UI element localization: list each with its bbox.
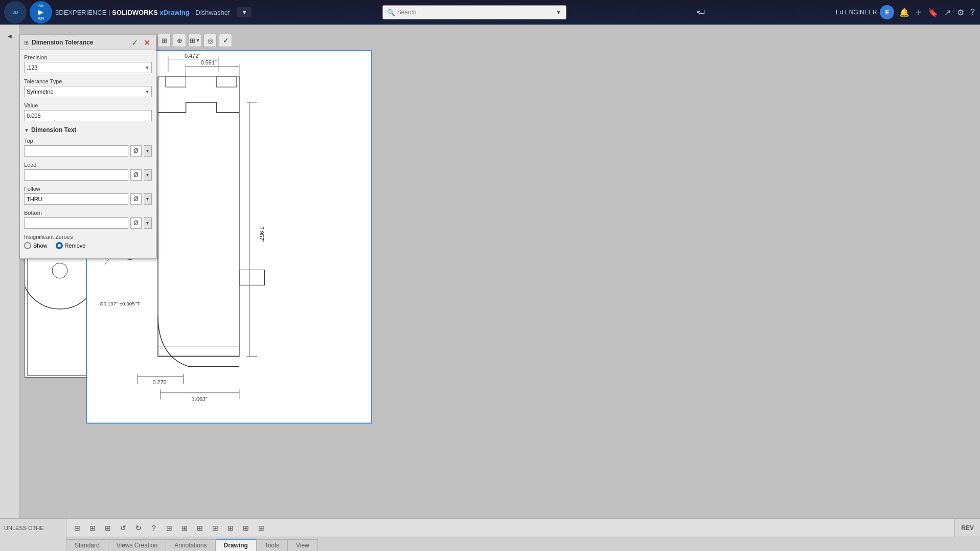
show-radio-label: Show (33, 243, 48, 249)
bottom-symbol-btn[interactable]: Ø (130, 217, 142, 229)
tab-strip: Standard Views Creation Annotations Draw… (66, 537, 318, 551)
dimension-text-section-header[interactable]: ▼ Dimension Text (24, 126, 152, 134)
tolerance-type-group: Tolerance Type Symmetric ▼ (24, 78, 152, 97)
bottom-tool-help[interactable]: ? (147, 521, 161, 535)
tools-icon[interactable]: ⚙ (956, 7, 965, 18)
tab-drawing[interactable]: Drawing (216, 539, 257, 551)
tolerance-type-select-wrapper: Symmetric ▼ (24, 86, 152, 97)
title-brand: SOLIDWORKS (112, 9, 158, 16)
lead-symbol-dropdown-btn[interactable]: ▼ (144, 169, 152, 181)
float-tool-1[interactable]: ⊞ (157, 34, 171, 47)
user-name: Ed ENGINEER (836, 9, 877, 16)
show-radio-item[interactable]: Show (24, 242, 48, 249)
company-logo[interactable]: 3D (4, 1, 27, 24)
search-dropdown-icon[interactable]: ▼ (556, 9, 562, 16)
panel-ok-button[interactable]: ✓ (129, 37, 140, 48)
bottom-tool-redo[interactable]: ↻ (132, 521, 145, 535)
panel-body: Precision .123 ▼ Tolerance Type Symmetri… (20, 50, 156, 258)
lead-input[interactable] (24, 169, 128, 181)
drawing-area: ⊞ ⊕ ⊞▼ ◎ ✓ (19, 25, 980, 518)
svg-rect-8 (158, 77, 239, 356)
lead-field-group: Lead Ø ▼ (24, 162, 152, 181)
float-tool-2[interactable]: ⊕ (173, 34, 186, 47)
follow-input[interactable] (24, 193, 128, 205)
title-app: xDrawing (159, 9, 190, 16)
tab-standard[interactable]: Standard (66, 539, 108, 551)
rev-label: REV (961, 524, 974, 532)
precision-select[interactable]: .123 (24, 62, 152, 73)
tab-tools[interactable]: Tools (257, 539, 288, 551)
bookmark-icon[interactable]: 🔖 (927, 7, 939, 18)
follow-symbol-btn[interactable]: Ø (130, 193, 142, 205)
top-label: Top (24, 138, 152, 144)
follow-field-group: Follow Ø ▼ (24, 186, 152, 205)
value-group: Value (24, 102, 152, 121)
svg-text:1.063": 1.063" (192, 396, 208, 402)
bottom-tool-8[interactable]: ⊞ (239, 521, 253, 535)
top-symbol-dropdown-btn[interactable]: ▼ (144, 145, 152, 157)
title-doc: - Dishwasher (191, 9, 230, 16)
bottom-tool-1[interactable]: ⊞ (71, 521, 84, 535)
top-symbol-btn[interactable]: Ø (130, 145, 142, 157)
tab-view[interactable]: View (288, 539, 318, 551)
user-badge: Ed ENGINEER E (836, 5, 895, 19)
panel-header: ⊞ Dimension Tolerance ✓ ✕ (20, 35, 156, 50)
app-title: 3DEXPERIENCE | SOLIDWORKS xDrawing - Dis… (55, 9, 230, 16)
add-icon[interactable]: + (915, 6, 923, 19)
value-label: Value (24, 102, 152, 108)
notifications-icon[interactable]: 🔔 (898, 7, 910, 18)
bottom-field-group: Bottom Ø ▼ (24, 210, 152, 229)
tab-strip-row: Standard Views Creation Annotations Draw… (0, 537, 980, 551)
svg-text:3.957": 3.957" (259, 226, 265, 242)
section-collapse-icon: ▼ (24, 127, 29, 133)
svg-text:0.276": 0.276" (152, 379, 168, 385)
float-tool-4[interactable]: ◎ (203, 34, 217, 47)
top-input[interactable] (24, 145, 128, 157)
help-icon[interactable]: ? (969, 7, 976, 18)
bottom-tool-3[interactable]: ⊞ (101, 521, 115, 535)
bottom-tool-4[interactable]: ⊞ (163, 521, 176, 535)
bottom-area: UNLESS OTHE ⊞ ⊞ ⊞ ↺ ↻ ? ⊞ ⊞ ⊞ ⊞ ⊞ ⊞ ⊞ RE… (0, 518, 980, 537)
float-tool-3[interactable]: ⊞▼ (188, 34, 201, 47)
share-icon[interactable]: ↗ (943, 7, 952, 18)
panel-header-icon: ⊞ (24, 39, 29, 46)
remove-radio-label: Remove (65, 243, 86, 249)
svg-text:Ø0.197" ±0.005"T: Ø0.197" ±0.005"T (100, 301, 140, 306)
value-input[interactable] (24, 110, 152, 121)
follow-symbol-dropdown-btn[interactable]: ▼ (144, 193, 152, 205)
bottom-tool-6[interactable]: ⊞ (193, 521, 207, 535)
tolerance-type-label: Tolerance Type (24, 78, 152, 84)
tab-views-creation[interactable]: Views Creation (108, 539, 166, 551)
top-bar: 3D 3D ▶ V,R 3DEXPERIENCE | SOLIDWORKS xD… (0, 0, 980, 25)
sidebar-collapse-btn[interactable]: ◀ (3, 29, 17, 43)
search-icon: 🔍 (387, 9, 395, 16)
float-toolbar: ⊞ ⊕ ⊞▼ ◎ ✓ (157, 34, 232, 47)
app-icon[interactable]: 3D ▶ V,R (30, 1, 52, 24)
bottom-tool-3d[interactable]: ⊞ (224, 521, 237, 535)
remove-radio-item[interactable]: Remove (56, 242, 86, 249)
lead-label: Lead (24, 162, 152, 168)
panel-close-button[interactable]: ✕ (142, 37, 152, 48)
lead-symbol-btn[interactable]: Ø (130, 169, 142, 181)
svg-rect-13 (239, 270, 265, 285)
bottom-tool-undo[interactable]: ↺ (117, 521, 130, 535)
radio-group: Show Remove (24, 242, 152, 249)
bottom-tool-7[interactable]: ⊞ (209, 521, 222, 535)
bottom-tool-5[interactable]: ⊞ (178, 521, 191, 535)
user-avatar[interactable]: E (880, 5, 894, 19)
search-bar: 🔍 ▼ (382, 5, 566, 19)
search-input[interactable] (397, 9, 554, 16)
precision-group: Precision .123 ▼ (24, 54, 152, 73)
float-tool-ok[interactable]: ✓ (219, 34, 232, 47)
document-dropdown[interactable]: ▼ (237, 7, 252, 17)
dimension-text-section-title: Dimension Text (31, 126, 76, 134)
tolerance-type-select[interactable]: Symmetric (24, 86, 152, 97)
svg-rect-10 (216, 77, 237, 87)
bottom-input[interactable] (24, 217, 128, 229)
tag-icon[interactable]: 🏷 (697, 8, 705, 17)
dropdown-arrow-icon: ▼ (241, 9, 247, 16)
bottom-tool-9[interactable]: ⊞ (255, 521, 268, 535)
tab-annotations[interactable]: Annotations (166, 539, 215, 551)
bottom-symbol-dropdown-btn[interactable]: ▼ (144, 217, 152, 229)
bottom-tool-2[interactable]: ⊞ (86, 521, 99, 535)
